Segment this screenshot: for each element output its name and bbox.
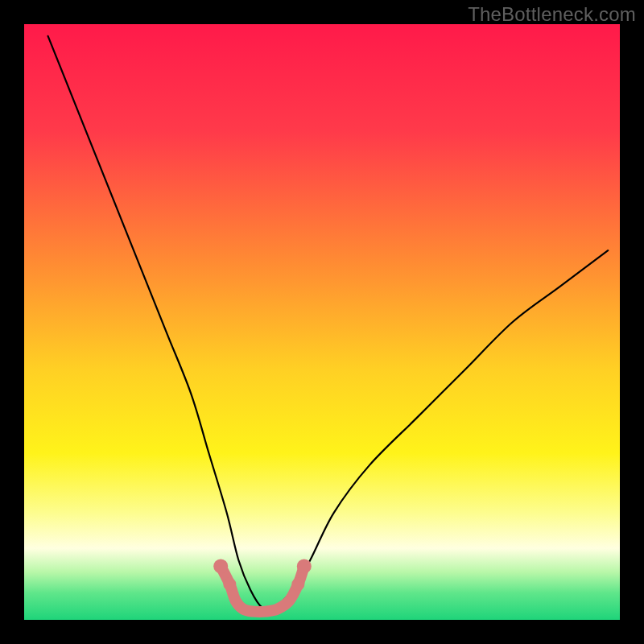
svg-point-1 — [297, 559, 312, 573]
bottleneck-chart — [0, 0, 644, 644]
svg-point-2 — [223, 578, 236, 591]
plot-background — [24, 24, 620, 620]
svg-point-3 — [291, 578, 304, 591]
watermark-label: TheBottleneck.com — [468, 3, 636, 26]
svg-point-0 — [213, 559, 228, 573]
chart-frame: TheBottleneck.com — [0, 0, 644, 644]
